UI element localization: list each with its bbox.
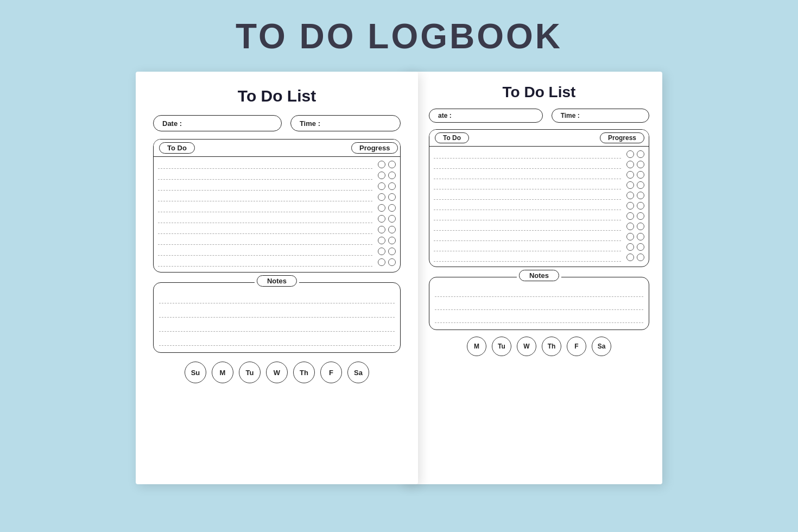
todo-col-header: To Do — [154, 140, 351, 156]
circle-2 — [388, 193, 396, 201]
day-circle: Th — [542, 337, 561, 356]
back-progress-col-header: Progress — [600, 130, 649, 146]
todo-row — [158, 225, 396, 234]
todo-line — [434, 160, 621, 169]
todo-line — [434, 181, 621, 189]
progress-circles — [626, 181, 644, 189]
day-circle: Th — [293, 362, 315, 383]
todo-line — [434, 243, 621, 251]
front-page: To Do List Date : Time : To Do Progress — [136, 72, 418, 484]
back-date-label: ate : — [438, 112, 452, 119]
progress-circles — [626, 223, 644, 230]
circle-1 — [626, 202, 634, 210]
circle-2 — [388, 172, 396, 179]
back-notes-label-wrap: Notes — [517, 270, 561, 280]
back-todo-col-header: To Do — [429, 130, 600, 146]
back-todo-table: To Do Progress — [429, 129, 649, 267]
progress-circles — [378, 161, 396, 168]
progress-circles — [626, 192, 644, 199]
date-time-row: Date : Time : — [153, 115, 401, 131]
todo-line — [434, 150, 621, 159]
day-circle: Su — [185, 362, 206, 383]
day-circle: W — [266, 362, 288, 383]
todo-row — [434, 150, 644, 159]
todo-line — [434, 212, 621, 220]
circle-2 — [388, 248, 396, 255]
back-progress-pill: Progress — [600, 132, 644, 143]
circle-2 — [388, 182, 396, 190]
circle-1 — [626, 254, 634, 261]
progress-circles — [378, 172, 396, 179]
day-circle: M — [212, 362, 233, 383]
progress-circles — [378, 248, 396, 255]
todo-table: To Do Progress — [153, 139, 401, 273]
todo-row — [434, 222, 644, 231]
circle-1 — [378, 172, 385, 179]
todo-pill: To Do — [159, 142, 195, 154]
notes-label: Notes — [257, 275, 297, 287]
todo-line — [434, 201, 621, 210]
circle-2 — [637, 202, 644, 210]
progress-circles — [378, 215, 396, 223]
todo-line — [434, 222, 621, 231]
circle-2 — [637, 161, 644, 168]
day-circle: F — [567, 337, 586, 356]
time-label: Time : — [300, 119, 320, 128]
todo-line — [158, 193, 372, 201]
date-field: Date : — [153, 115, 282, 131]
circle-2 — [637, 150, 644, 158]
todo-line — [434, 253, 621, 262]
progress-circles — [626, 161, 644, 168]
circle-1 — [626, 171, 634, 179]
todo-line — [158, 160, 372, 169]
circle-2 — [388, 226, 396, 233]
circle-2 — [388, 237, 396, 244]
circle-2 — [388, 215, 396, 223]
circle-1 — [378, 193, 385, 201]
circle-2 — [637, 223, 644, 230]
todo-row — [434, 201, 644, 210]
back-todo-rows — [429, 147, 649, 267]
circle-1 — [626, 233, 634, 240]
progress-circles — [626, 233, 644, 240]
todo-line — [158, 171, 372, 180]
back-page-title: To Do List — [429, 84, 649, 101]
notes-line — [435, 286, 643, 297]
progress-circles — [378, 193, 396, 201]
notes-section: Notes — [153, 282, 401, 353]
date-label: Date : — [162, 119, 182, 128]
progress-col-header: Progress — [351, 140, 400, 156]
todo-line — [158, 225, 372, 234]
back-notes-label: Notes — [519, 270, 559, 281]
circle-1 — [378, 182, 385, 190]
day-circle: Sa — [592, 337, 611, 356]
todo-row — [158, 214, 396, 223]
circle-2 — [388, 204, 396, 212]
circle-1 — [626, 161, 634, 168]
back-todo-pill: To Do — [435, 132, 469, 143]
todo-row — [434, 191, 644, 200]
todo-line — [158, 247, 372, 256]
progress-circles — [626, 254, 644, 261]
circle-2 — [637, 171, 644, 179]
circle-2 — [637, 192, 644, 199]
progress-circles — [626, 150, 644, 158]
todo-line — [158, 236, 372, 245]
circle-1 — [626, 243, 634, 251]
progress-circles — [626, 212, 644, 220]
todo-row — [434, 170, 644, 179]
day-circle: Sa — [347, 362, 369, 383]
day-circle: F — [320, 362, 342, 383]
day-circle: Tu — [239, 362, 261, 383]
todo-row — [434, 181, 644, 189]
circle-1 — [378, 237, 385, 244]
progress-pill: Progress — [351, 142, 398, 154]
circle-1 — [378, 258, 385, 266]
back-date-time-row: ate : Time : — [429, 109, 649, 123]
front-page-title: To Do List — [153, 87, 401, 105]
circle-2 — [637, 181, 644, 189]
notes-lines — [159, 288, 395, 346]
circle-1 — [626, 181, 634, 189]
progress-circles — [626, 171, 644, 179]
progress-circles — [378, 226, 396, 233]
